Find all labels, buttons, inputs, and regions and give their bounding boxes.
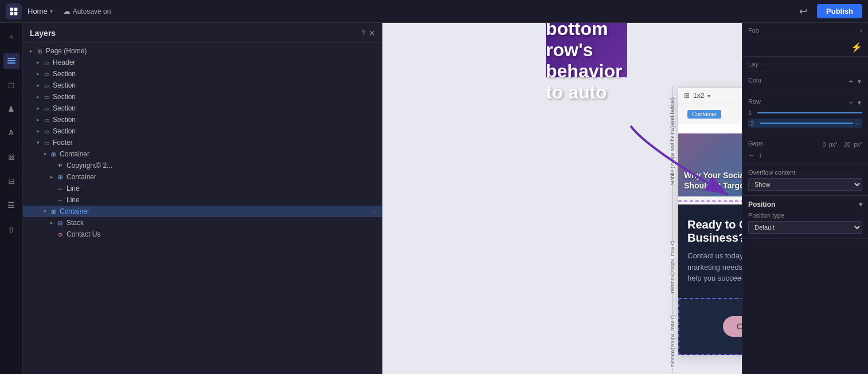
topbar: Home ▾ ☁ Autosave on ↩ Publish [0,0,868,23]
line-icon: ↔ [56,196,64,204]
tree-label: Section [53,93,378,101]
layers-help-button[interactable]: ? [361,29,365,37]
home-label: Home [28,7,48,15]
position-type-select[interactable]: Default [748,221,862,234]
table-icon[interactable]: ☰ [3,197,19,213]
tree-item-section6[interactable]: ▸ ▭ Section [23,125,382,137]
tree-item-header[interactable]: ▸ ▭ Header [23,57,382,68]
chevron-icon: ▸ [48,174,55,180]
tree-item-section2[interactable]: ▸ ▭ Section [23,80,382,91]
tree-label: Page (Home) [46,47,378,55]
container-icon: ⊞ [49,150,57,158]
row-2-dots[interactable]: ··· [855,120,860,127]
cloud-icon: ☁ [63,7,71,15]
tree-item-page-home[interactable]: ▸ ⊞ Page (Home) [23,45,382,57]
lightning-icon: ⚡ [851,42,862,53]
dark-heading: Ready to Grow Your Business? [687,218,742,245]
overflow-select[interactable]: Show [748,178,862,191]
right-panel: Foo › ⚡ Lay Colu + ▼ Row + ▼ [742,23,868,374]
col-arrow-button[interactable]: ▼ [857,78,862,85]
font-icon[interactable]: A [3,125,19,141]
minmax-label-1: minmax(200px, max-c) [670,241,675,293]
blog-image: Why Your Social Media Campaigns Shouldn'… [678,133,742,196]
tree-label: Section [53,127,378,135]
tree-item-section4[interactable]: ▸ ▭ Section [23,103,382,114]
undo-button[interactable]: ↩ [799,5,808,18]
add-icon[interactable]: + [3,29,19,45]
svg-rect-5 [7,60,15,61]
grid-icon[interactable]: ⊟ [3,173,19,189]
tree-item-contact[interactable]: ▸ ⊙ Contact Us [23,229,382,240]
layers-close-button[interactable]: ✕ [369,29,376,38]
add-row-button[interactable]: + [849,99,854,107]
frame-toolbar-left: ⊞ 1x2 ▾ [684,92,710,100]
context-menu-dots[interactable]: ··· [373,208,378,215]
row-2-label: 2 [750,120,756,127]
tree-item-container3[interactable]: ▾ ⊞ Container ··· [23,206,382,217]
grid-size-label[interactable]: 1x2 [693,92,704,100]
layers-label: Lay [748,61,758,68]
tree-label: Line [67,196,378,204]
right-expand-icon[interactable]: › [860,26,862,34]
gaps-v-value: 20 [844,141,850,148]
lightning-row: ⚡ [742,38,868,57]
row-arrow-button[interactable]: ▼ [857,100,862,106]
tree-item-section1[interactable]: ▸ ▭ Section [23,68,382,80]
pages-icon[interactable]: ◻ [3,77,19,93]
tree-item-container2[interactable]: ▸ ⊞ Container [23,171,382,183]
columns-label: Colu [748,77,761,84]
chevron-icon: ▸ [34,93,41,100]
add-col-button[interactable]: + [849,77,854,86]
layers-panel: Layers ? ✕ ▸ ⊞ Page (Home) ▸ ▭ Header ▸ … [23,23,382,374]
layers-icon[interactable] [3,53,19,69]
section-icon: ▭ [42,127,50,135]
footer-label: Foo [748,27,759,34]
tree-item-stack[interactable]: ▸ ⊟ Stack [23,217,382,229]
chevron-icon: ▸ [34,128,41,135]
position-chevron[interactable]: ▾ [859,200,862,208]
contact-button[interactable]: Contact Us ✈ [723,316,742,337]
dark-section: ⤢ Ready to Grow Your Business? Contact u… [678,204,742,298]
tree-label: Copyright© 2... [67,162,378,170]
code-icon[interactable]: {} [3,221,19,237]
chevron-icon: ▸ [48,219,55,226]
gaps-h-unit: px* [829,141,837,148]
svg-rect-2 [10,11,14,15]
tree-item-line1[interactable]: ▸ ↔ Line [23,183,382,194]
overflow-section: Overflow content Show [742,164,868,196]
image-icon[interactable]: ⊠ [3,149,19,165]
tree-item-section5[interactable]: ▸ ▭ Section [23,114,382,125]
h-gap-icon: ↔ [748,151,755,159]
home-nav[interactable]: Home ▾ [28,7,53,15]
dark-body: Contact us today to discuss your digital… [687,250,742,284]
section-icon: ▭ [42,93,50,101]
text-icon: P [56,162,64,170]
tree-item-section3[interactable]: ▸ ▭ Section [23,91,382,103]
chevron-icon: ▸ [34,70,41,77]
publish-button[interactable]: Publish [817,4,862,18]
rows-label: Row [748,98,761,105]
dashed-divider [678,200,742,202]
logo[interactable] [6,3,22,19]
gaps-v-unit: px* [854,141,862,148]
stack-icon: ⊟ [56,219,64,227]
chevron-icon: ▸ [34,82,41,89]
people-icon[interactable]: ♟ [3,101,19,117]
tree-item-copyright[interactable]: ▸ P Copyright© 2... [23,160,382,171]
row-2-bar [760,123,853,124]
tree-item-line2[interactable]: ▸ ↔ Line [23,194,382,206]
tree-item-footer[interactable]: ▾ ▭ Footer [23,137,382,148]
row-2[interactable]: 2 ··· [748,119,862,128]
gaps-h-value: 0 [822,141,826,148]
container-icon: ⊞ [49,207,57,215]
row-separator-1 [678,196,742,204]
position-label: Position [748,200,775,208]
svg-rect-4 [7,58,15,59]
rows-section: Row + ▼ 1 2 ··· [742,93,868,135]
line-icon: ↔ [56,184,64,192]
tree-item-container1[interactable]: ▾ ⊞ Container [23,148,382,160]
fr-label: 1fr [678,124,742,133]
chevron-down-icon[interactable]: ▾ [707,93,710,99]
chevron-icon: ▾ [34,139,41,146]
gaps-icons-row: ↔ ↕ [748,151,862,159]
